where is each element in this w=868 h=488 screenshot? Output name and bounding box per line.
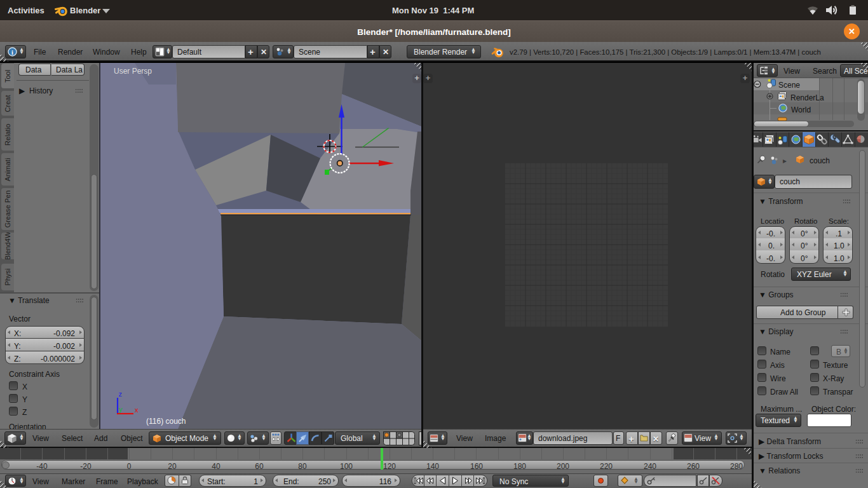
svg-text:x: x: [135, 406, 139, 414]
svg-text:i: i: [11, 49, 13, 56]
svg-text:y: y: [119, 405, 123, 413]
svg-text:z: z: [119, 390, 123, 398]
svg-text:User Persp: User Persp: [114, 67, 152, 76]
svg-text:(116) couch: (116) couch: [146, 417, 186, 426]
